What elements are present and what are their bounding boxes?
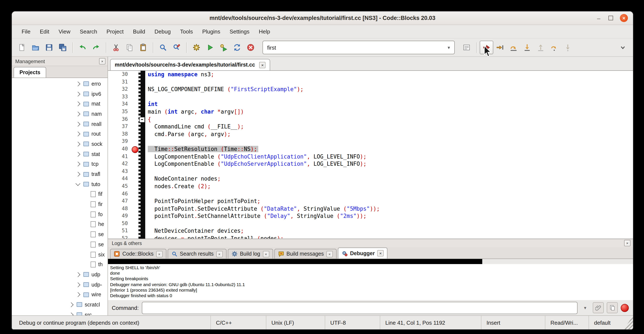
tree-item-fif[interactable]: fif bbox=[12, 189, 108, 199]
tree-item-rout[interactable]: rout bbox=[12, 129, 108, 139]
close-icon[interactable]: × bbox=[624, 240, 630, 246]
titlebar[interactable]: mnt/dev/tools/source/ns-3-dev/examples/t… bbox=[12, 12, 633, 25]
menu-view[interactable]: View bbox=[54, 25, 75, 38]
undo-button[interactable] bbox=[76, 41, 89, 54]
code-line-32[interactable]: NS_LOG_COMPONENT_DEFINE ("FirstScriptExa… bbox=[148, 86, 633, 93]
debug-continue-button[interactable] bbox=[480, 41, 493, 54]
menu-search[interactable]: Search bbox=[75, 25, 102, 38]
menu-project[interactable]: Project bbox=[102, 25, 128, 38]
tree-item-six[interactable]: six bbox=[12, 249, 108, 259]
chevron-right-icon[interactable] bbox=[76, 81, 80, 86]
find-button[interactable] bbox=[156, 41, 170, 54]
code-line-49[interactable]: pointToPoint.SetChannelAttribute ("Delay… bbox=[148, 213, 633, 220]
chevron-down-icon[interactable]: ▾ bbox=[580, 302, 590, 313]
code-editor[interactable]: 3031323334353637383940414243444546474849… bbox=[108, 71, 633, 239]
chevron-down-icon[interactable]: ▾ bbox=[443, 45, 454, 50]
paste-button[interactable] bbox=[136, 41, 150, 54]
tree-item-scratcl[interactable]: scratcl bbox=[12, 300, 108, 310]
code-line-41[interactable]: LogComponentEnable ("UdpEchoClientApplic… bbox=[148, 153, 633, 160]
chevron-right-icon[interactable] bbox=[69, 302, 74, 307]
chevron-right-icon[interactable] bbox=[76, 152, 80, 157]
log-selected-row[interactable] bbox=[108, 259, 482, 264]
chevron-right-icon[interactable] bbox=[76, 282, 80, 287]
rebuild-button[interactable] bbox=[230, 41, 244, 54]
chevron-right-icon[interactable] bbox=[76, 172, 80, 177]
code-line-51[interactable]: NetDeviceContainer devices; bbox=[148, 227, 633, 235]
step-out-button[interactable] bbox=[534, 41, 548, 54]
editor-tab[interactable]: mnt/dev/tools/source/ns-3-dev/examples/t… bbox=[110, 59, 270, 70]
save-all-button[interactable] bbox=[56, 41, 70, 54]
resize-grip[interactable] bbox=[624, 316, 633, 329]
step-into-instruction-button[interactable] bbox=[561, 41, 574, 54]
stop-debugger-button[interactable] bbox=[621, 304, 629, 312]
tree-item-sock[interactable]: sock bbox=[12, 139, 108, 149]
menu-edit[interactable]: Edit bbox=[35, 25, 54, 38]
menu-debug[interactable]: Debug bbox=[150, 25, 176, 38]
tree-item-he[interactable]: he bbox=[12, 219, 108, 229]
log-tab-code-blocks[interactable]: Code::Blocks× bbox=[110, 249, 166, 258]
build-and-run-button[interactable] bbox=[217, 41, 230, 54]
code-line-40[interactable]: Time::SetResolution (Time::NS); bbox=[148, 145, 633, 153]
close-icon[interactable]: × bbox=[259, 62, 266, 68]
close-icon[interactable]: × bbox=[263, 251, 269, 257]
tree-item-src[interactable]: src bbox=[12, 310, 108, 315]
menu-settings[interactable]: Settings bbox=[225, 25, 254, 38]
code-line-33[interactable] bbox=[148, 93, 633, 101]
log-tab-build-messages[interactable]: Build messages× bbox=[274, 249, 336, 258]
menu-file[interactable]: File bbox=[17, 25, 35, 38]
tree-item-reall[interactable]: reall bbox=[12, 119, 108, 129]
chevron-right-icon[interactable] bbox=[69, 312, 74, 315]
code-line-31[interactable] bbox=[148, 78, 633, 86]
chevron-right-icon[interactable] bbox=[76, 142, 80, 147]
code-line-38[interactable]: cmd.Parse (argc, argv); bbox=[148, 131, 633, 138]
tree-item-erro[interactable]: erro bbox=[12, 79, 108, 89]
maximize-button[interactable] bbox=[608, 16, 613, 20]
command-input[interactable] bbox=[142, 301, 578, 314]
code-line-52[interactable]: devices = pointToPoint.Install (nodes); bbox=[148, 235, 633, 239]
step-into-button[interactable] bbox=[520, 41, 534, 54]
code-line-45[interactable]: nodes.Create (2); bbox=[148, 183, 633, 190]
tree-item-fir[interactable]: fir bbox=[12, 199, 108, 209]
close-icon[interactable]: × bbox=[99, 58, 106, 65]
code-line-50[interactable] bbox=[148, 220, 633, 227]
abort-button[interactable] bbox=[244, 41, 258, 54]
tree-item-th[interactable]: th bbox=[12, 260, 108, 269]
project-tree[interactable]: erroipv6matnamreallroutsockstattcptraflt… bbox=[12, 78, 108, 315]
marker-margin[interactable] bbox=[138, 71, 145, 239]
tree-item-stat[interactable]: stat bbox=[12, 149, 108, 159]
log-tab-search-results[interactable]: Search results× bbox=[168, 249, 226, 258]
close-icon[interactable]: × bbox=[377, 250, 384, 256]
run-button[interactable] bbox=[203, 41, 217, 54]
cut-button[interactable] bbox=[109, 41, 123, 54]
log-tab-build-log[interactable]: Build log× bbox=[228, 249, 273, 258]
toolbar-overflow-button[interactable] bbox=[616, 41, 630, 54]
tree-item-udp[interactable]: udp bbox=[12, 269, 108, 279]
tree-item-tcp[interactable]: tcp bbox=[12, 159, 108, 169]
tree-item-nam[interactable]: nam bbox=[12, 109, 108, 119]
log-tab-debugger[interactable]: Debugger× bbox=[338, 247, 388, 258]
tab-projects[interactable]: Projects bbox=[14, 67, 46, 78]
code-line-46[interactable] bbox=[148, 190, 633, 197]
tree-item-mat[interactable]: mat bbox=[12, 99, 108, 109]
minimize-button[interactable]: – bbox=[596, 15, 602, 22]
code-line-30[interactable]: using namespace ns3; bbox=[148, 71, 633, 78]
fold-marker[interactable] bbox=[139, 117, 145, 122]
build-target-combobox[interactable]: ▾ bbox=[262, 41, 455, 54]
chevron-down-icon[interactable] bbox=[76, 181, 80, 186]
close-icon[interactable]: × bbox=[216, 251, 222, 257]
copy-button[interactable] bbox=[123, 41, 136, 54]
tree-item-tuto[interactable]: tuto bbox=[12, 179, 108, 189]
tree-item-fo[interactable]: fo bbox=[12, 209, 108, 219]
replace-button[interactable] bbox=[170, 41, 183, 54]
chevron-right-icon[interactable] bbox=[76, 162, 80, 167]
close-icon[interactable]: × bbox=[326, 251, 333, 257]
select-target-button[interactable] bbox=[460, 41, 473, 54]
tree-item-trafl[interactable]: trafl bbox=[12, 169, 108, 179]
redo-button[interactable] bbox=[89, 41, 103, 54]
code-lines[interactable]: using namespace ns3;NS_LOG_COMPONENT_DEF… bbox=[148, 71, 633, 239]
breakpoint-marker[interactable] bbox=[132, 146, 138, 153]
close-icon[interactable]: × bbox=[156, 251, 162, 257]
code-line-43[interactable] bbox=[148, 168, 633, 175]
next-instruction-button[interactable] bbox=[548, 41, 561, 54]
copy-log-button[interactable] bbox=[607, 302, 618, 313]
